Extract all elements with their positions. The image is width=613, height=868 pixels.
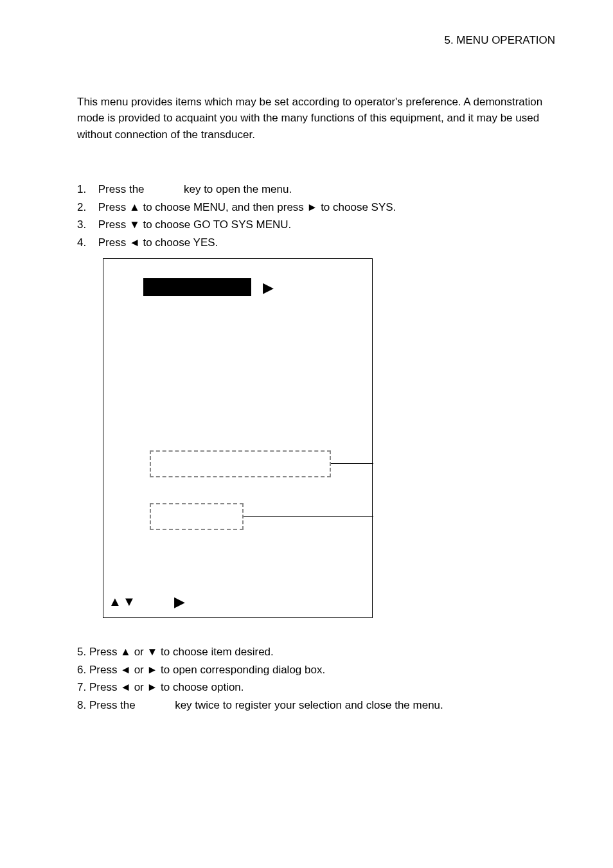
step-number: 7. <box>77 681 86 693</box>
triangle-up-icon: ▲ <box>109 592 121 611</box>
step-number: 2. <box>77 199 95 216</box>
steps-list-2: 5. Press ▲ or ▼ to choose item desired. … <box>77 644 555 713</box>
step-1: 1. Press the key to open the menu. <box>77 181 555 198</box>
step-number: 4. <box>77 235 95 251</box>
step-text: Press ◄ to choose YES. <box>98 236 218 249</box>
step-text: Press ▲ to choose MENU, and then press ►… <box>98 201 396 213</box>
menu-diagram: ▶ ▲ ▼ ▶ <box>103 258 373 618</box>
step-8: 8. Press the key twice to register your … <box>77 697 555 714</box>
dashed-selection-box-1 <box>150 450 331 477</box>
step-text: Press ◄ or ► to choose option. <box>89 681 244 693</box>
step-text: Press ▼ to choose GO TO SYS MENU. <box>98 218 292 231</box>
step-number: 5. <box>77 646 86 658</box>
intro-paragraph: This menu provides items which may be se… <box>77 94 555 143</box>
step-text-a: Press the <box>98 183 145 195</box>
step-3: 3. Press ▼ to choose GO TO SYS MENU. <box>77 217 555 233</box>
dashed-selection-box-2 <box>150 503 244 530</box>
step-text-b: key to open the menu. <box>184 183 292 195</box>
step-number: 3. <box>77 217 95 233</box>
callout-line-2 <box>244 516 373 517</box>
page-header: 5. MENU OPERATION <box>77 32 555 49</box>
diagram-container: ▶ ▲ ▼ ▶ <box>103 258 555 618</box>
step-text-b: key twice to register your selection and… <box>175 699 443 711</box>
step-6: 6. Press ◄ or ► to open corresponding di… <box>77 662 555 678</box>
step-4: 4. Press ◄ to choose YES. <box>77 235 555 251</box>
step-text: Press ▲ or ▼ to choose item desired. <box>89 646 274 658</box>
step-5: 5. Press ▲ or ▼ to choose item desired. <box>77 644 555 660</box>
triangle-down-icon: ▼ <box>123 592 136 611</box>
step-number: 1. <box>77 181 95 198</box>
step-text-a: Press the <box>89 699 136 711</box>
highlighted-menu-bar <box>143 278 251 296</box>
step-7: 7. Press ◄ or ► to choose option. <box>77 679 555 696</box>
triangle-right-icon: ▶ <box>263 277 274 298</box>
step-number: 6. <box>77 664 86 676</box>
step-number: 8. <box>77 699 86 711</box>
steps-list-1: 1. Press the key to open the menu. 2. Pr… <box>77 181 555 251</box>
step-text: Press ◄ or ► to open corresponding dialo… <box>89 664 325 676</box>
triangle-right-icon: ▶ <box>174 591 185 612</box>
step-2: 2. Press ▲ to choose MENU, and then pres… <box>77 199 555 216</box>
callout-line-1 <box>331 463 373 464</box>
